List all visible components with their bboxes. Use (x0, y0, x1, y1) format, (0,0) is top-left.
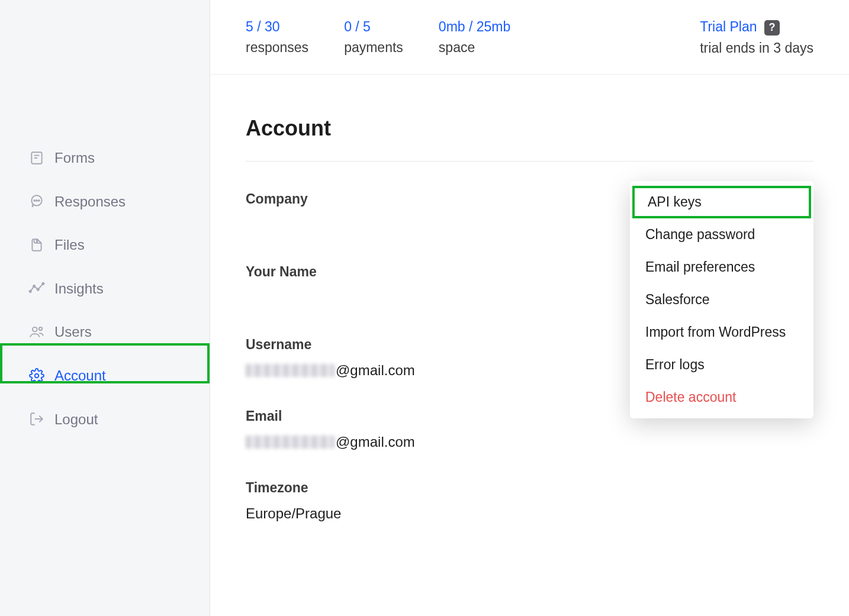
svg-point-6 (38, 200, 40, 201)
stat-payments-value[interactable]: 0 / 5 (344, 19, 403, 35)
gear-icon (28, 367, 45, 384)
email-suffix: @gmail.com (336, 434, 415, 450)
stat-plan-row: Trial Plan ? (700, 19, 813, 36)
dropdown-item-change-password[interactable]: Change password (630, 218, 813, 251)
svg-point-12 (39, 327, 42, 330)
svg-point-4 (34, 200, 35, 201)
stat-plan-label: trial ends in 3 days (700, 40, 813, 56)
form-icon (28, 150, 45, 166)
page-title: Account (246, 116, 813, 162)
sidebar-item-label: Responses (54, 192, 126, 212)
logout-icon (28, 411, 45, 427)
stat-space-label: space (439, 40, 510, 56)
redacted-email-prefix (246, 436, 335, 449)
stat-space-value[interactable]: 0mb / 25mb (439, 19, 510, 35)
sidebar-item-insights[interactable]: Insights (0, 267, 210, 311)
svg-point-9 (37, 288, 39, 290)
redacted-username-prefix (246, 364, 335, 377)
sidebar-item-label: Forms (54, 148, 95, 168)
comment-icon (28, 193, 45, 209)
help-icon[interactable]: ? (764, 20, 780, 36)
sidebar-item-responses[interactable]: Responses (0, 180, 210, 224)
svg-point-11 (33, 327, 37, 332)
dropdown-item-api-keys[interactable]: API keys (632, 186, 811, 218)
sidebar-item-label: Logout (54, 409, 98, 430)
dropdown-item-error-logs[interactable]: Error logs (630, 349, 813, 381)
dropdown-item-delete-account[interactable]: Delete account (630, 381, 813, 414)
users-icon (28, 324, 45, 340)
dropdown-item-import-wordpress[interactable]: Import from WordPress (630, 316, 813, 349)
svg-point-7 (30, 290, 31, 292)
account-section: Account Company Your Name Username @gmai… (210, 75, 849, 587)
paperclip-file-icon (28, 237, 45, 253)
sidebar-item-label: Insights (54, 279, 104, 299)
chart-line-icon (28, 280, 45, 297)
sidebar-item-forms[interactable]: Forms (0, 136, 210, 180)
field-value-timezone[interactable]: Europe/Prague (246, 505, 813, 522)
username-suffix: @gmail.com (336, 362, 415, 379)
sidebar-item-account[interactable]: Account (0, 354, 210, 398)
stat-payments: 0 / 5 payments (344, 19, 403, 56)
stat-payments-label: payments (344, 40, 403, 56)
stat-space: 0mb / 25mb space (439, 19, 510, 56)
field-value-email[interactable]: @gmail.com (246, 434, 813, 450)
sidebar: Forms Responses Files Insights Users (0, 0, 210, 616)
topbar: 5 / 30 responses 0 / 5 payments 0mb / 25… (210, 0, 849, 75)
svg-point-5 (36, 200, 37, 201)
stat-responses-label: responses (246, 40, 308, 56)
sidebar-item-label: Users (54, 322, 92, 342)
main-content: 5 / 30 responses 0 / 5 payments 0mb / 25… (210, 0, 849, 616)
stat-responses: 5 / 30 responses (246, 19, 308, 56)
stat-responses-value[interactable]: 5 / 30 (246, 19, 308, 35)
sidebar-item-label: Account (54, 366, 106, 386)
sidebar-item-files[interactable]: Files (0, 223, 210, 267)
dropdown-item-salesforce[interactable]: Salesforce (630, 283, 813, 316)
sidebar-item-label: Files (54, 235, 85, 255)
stat-plan-value[interactable]: Trial Plan (700, 19, 757, 34)
svg-point-13 (35, 374, 39, 378)
sidebar-item-users[interactable]: Users (0, 310, 210, 354)
field-label-timezone: Timezone (246, 480, 813, 496)
account-dropdown: API keys Change password Email preferenc… (630, 181, 813, 418)
svg-point-8 (33, 285, 35, 287)
stat-plan: Trial Plan ? trial ends in 3 days (700, 19, 813, 56)
svg-point-10 (42, 282, 44, 284)
field-timezone: Timezone Europe/Prague (246, 480, 813, 522)
sidebar-item-logout[interactable]: Logout (0, 398, 210, 441)
dropdown-item-email-preferences[interactable]: Email preferences (630, 251, 813, 283)
